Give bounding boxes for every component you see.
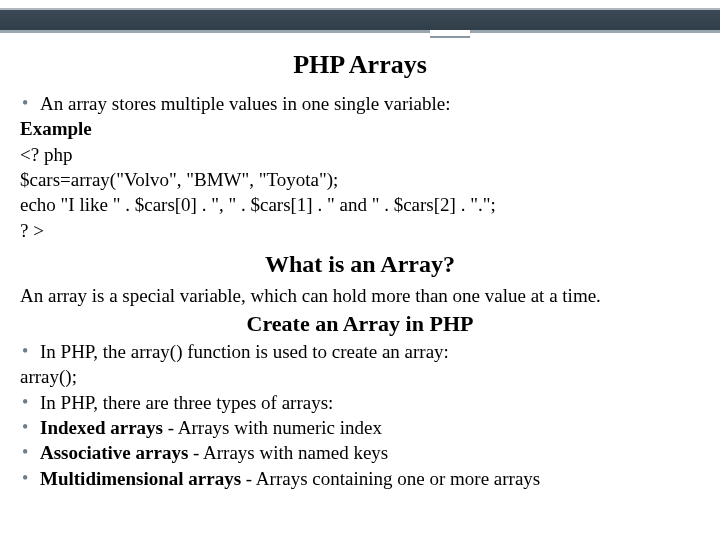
bullet-associative-bold: Associative arrays <box>40 442 188 463</box>
bullet-associative-rest: - Arrays with named keys <box>188 442 388 463</box>
array-call: array(); <box>20 365 700 389</box>
intro-bullet: An array stores multiple values in one s… <box>20 92 700 116</box>
types-list: In PHP, there are three types of arrays:… <box>20 391 700 491</box>
example-label: Example <box>20 117 700 141</box>
content-area: PHP Arrays An array stores multiple valu… <box>20 0 700 491</box>
bullet-associative: Associative arrays - Arrays with named k… <box>20 441 700 465</box>
section-what-is-array: What is an Array? <box>20 249 700 280</box>
slide-title: PHP Arrays <box>20 50 700 80</box>
slide: PHP Arrays An array stores multiple valu… <box>0 0 720 540</box>
code-line-3: echo "I like " . $cars[0] . ", " . $cars… <box>20 193 700 217</box>
section-create-array: Create an Array in PHP <box>20 310 700 338</box>
bullet-three-types: In PHP, there are three types of arrays: <box>20 391 700 415</box>
bullet-indexed: Indexed arrays - Arrays with numeric ind… <box>20 416 700 440</box>
create-array-list: In PHP, the array() function is used to … <box>20 340 700 364</box>
code-line-2: $cars=array("Volvo", "BMW", "Toyota"); <box>20 168 700 192</box>
body: An array stores multiple values in one s… <box>20 92 700 491</box>
bullet-indexed-bold: Indexed arrays <box>40 417 163 438</box>
code-line-1: <? php <box>20 143 700 167</box>
bullet-multidimensional-bold: Multidimensional arrays <box>40 468 241 489</box>
what-is-array-text: An array is a special variable, which ca… <box>20 284 700 308</box>
bullet-indexed-rest: - Arrays with numeric index <box>163 417 382 438</box>
bullet-array-function: In PHP, the array() function is used to … <box>20 340 700 364</box>
intro-list: An array stores multiple values in one s… <box>20 92 700 116</box>
bullet-multidimensional: Multidimensional arrays - Arrays contain… <box>20 467 700 491</box>
bullet-multidimensional-rest: - Arrays containing one or more arrays <box>241 468 540 489</box>
code-line-4: ? > <box>20 219 700 243</box>
